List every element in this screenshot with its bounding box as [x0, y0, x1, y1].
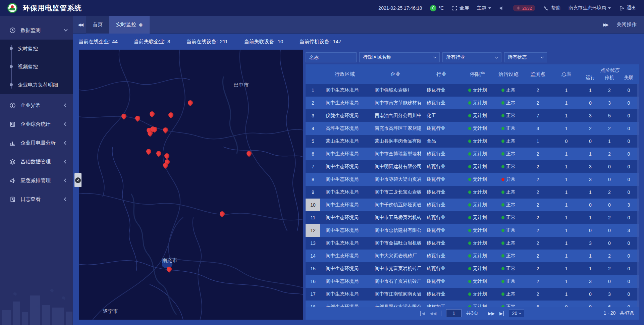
table-row[interactable]: 4高坪生态环境局南充市高坪区王家店建砖瓦行业无计划正常31220: [306, 122, 639, 135]
table-row[interactable]: 9阆中生态环境局阆中市二龙长宝页岩砖砖瓦行业无计划正常21120: [306, 186, 639, 199]
cell-company: 阆中市石子页岩机砖厂: [369, 275, 421, 288]
mute-button[interactable]: [499, 5, 505, 11]
tabs-scroll-left-icon[interactable]: ◀◀: [78, 22, 83, 27]
tab-0[interactable]: 首页: [86, 16, 109, 34]
page-size-select[interactable]: 20: [509, 309, 524, 317]
cell-lost: 0: [619, 211, 639, 224]
cell-total: 1: [552, 173, 581, 186]
table-row[interactable]: 18南部生态环境局南部县双化水泥有限公建材加工无计划正常60060: [306, 301, 639, 307]
cell-limit: 无计划: [462, 288, 493, 301]
table-row[interactable]: 1阆中生态环境局阆中强锐页岩砖厂砖瓦行业无计划正常21120: [306, 84, 639, 97]
cell-industry: 砖瓦行业: [421, 262, 462, 275]
submenu-item-1[interactable]: 视频监控: [0, 58, 73, 76]
cell-region: 南部生态环境局: [320, 301, 369, 307]
cell-run: 0: [581, 97, 600, 109]
sidebar-item-4[interactable]: 基础数据管理: [0, 152, 73, 171]
status-dot: [501, 114, 504, 117]
table-row[interactable]: 13阆中生态环境局阆中市金福旺页岩机砖砖瓦行业无计划正常21300: [306, 237, 639, 250]
chevron-down-icon: [495, 55, 498, 59]
table-row[interactable]: 2阆中生态环境局阆中市南方节能建材有砖瓦行业无计划正常21030: [306, 97, 639, 109]
org-menu[interactable]: 南充市生态环境局: [569, 5, 611, 11]
status-dot: [501, 241, 504, 245]
cell-limit: 无计划: [462, 250, 493, 262]
name-filter-input[interactable]: [306, 52, 357, 62]
table-row[interactable]: 7阆中生态环境局阆中明阳建材有限公司砖瓦行业无计划正常21300: [306, 160, 639, 173]
status-dot: [468, 280, 471, 283]
sidebar-item-6[interactable]: 日志查看: [0, 190, 73, 209]
fullscreen-button[interactable]: 全屏: [452, 5, 469, 11]
chevron-down-icon: [433, 55, 437, 59]
status-dot: [468, 140, 471, 143]
table-row[interactable]: 17阆中生态环境局阆中市江南镇阆南页岩砖瓦行业无计划正常21030: [306, 288, 639, 301]
cell-total: 1: [552, 250, 581, 262]
status-dot: [501, 267, 504, 270]
sidebar: 数据监测实时监控视频监控企业电力负荷明细企业异常企业综合统计企业用电量分析基础数…: [0, 16, 73, 325]
cell-company: 阆中市金福旺页岩机砖: [369, 237, 421, 250]
status-filter-select[interactable]: 所有状态: [504, 52, 547, 62]
close-icon[interactable]: [139, 22, 143, 28]
table-row[interactable]: 5营山生态环境局营山县润丰肉食品有限食品无计划正常10010: [306, 135, 639, 148]
last-page-icon[interactable]: ▶: [499, 311, 504, 316]
cell-region: 营山生态环境局: [320, 135, 369, 148]
table-header: 行政区域 企业 行业 停限产 治污设施 监测点 总表 点位状态 运行 停机 失联: [306, 64, 639, 84]
sidebar-item-2[interactable]: 企业综合统计: [0, 115, 73, 133]
cell-total: 1: [552, 288, 581, 301]
cell-total: 1: [552, 97, 581, 109]
cell-limit: 无计划: [462, 122, 493, 135]
table-row[interactable]: 14阆中生态环境局阆中大兴页岩机砖厂砖瓦行业无计划正常21120: [306, 250, 639, 262]
table-row[interactable]: 10阆中生态环境局阆中千佛镇五郎垭页岩砖瓦行业无计划正常21003: [306, 199, 639, 211]
tabs-scroll-right-icon[interactable]: ▶▶: [603, 22, 608, 27]
col-points: 监测点: [524, 64, 552, 84]
cell-stop: 3: [600, 288, 619, 301]
page-number-input[interactable]: [446, 309, 462, 317]
submenu-item-2[interactable]: 企业电力负荷明细: [0, 76, 73, 94]
table-scrollbar[interactable]: [637, 84, 639, 307]
region-filter-select[interactable]: 行政区域名称: [359, 52, 440, 62]
map[interactable]: 巴中市南充市遂宁市: [79, 50, 303, 320]
sidebar-item-0[interactable]: 数据监测: [0, 21, 73, 40]
table-row[interactable]: 3仪陇生态环境局西南油气田分公司川中化工无计划正常71350: [306, 109, 639, 122]
cell-total: 1: [552, 109, 581, 122]
table-row[interactable]: 12阆中生态环境局阆中市忠信建材有限公砖瓦行业无计划正常21003: [306, 224, 639, 237]
stat-1: 当前失联企业:3: [134, 39, 170, 45]
org-name: 南充市生态环境局: [569, 5, 606, 11]
cell-lost: 0: [619, 148, 639, 160]
industry-filter-select[interactable]: 所有行业: [442, 52, 501, 62]
status-dot: [468, 178, 471, 181]
col-limit: 停限产: [462, 64, 493, 84]
status-dot: [501, 254, 504, 258]
cell-total: 1: [552, 148, 581, 160]
prev-page-icon[interactable]: ◀◀: [430, 311, 436, 316]
cell-points: 7: [524, 109, 552, 122]
theme-menu[interactable]: 主题: [477, 5, 491, 11]
table-row[interactable]: 16阆中生态环境局阆中市石子页岩机砖厂砖瓦行业无计划正常21300: [306, 275, 639, 288]
submenu-item-0[interactable]: 实时监控: [0, 40, 73, 58]
sidebar-collapse-button[interactable]: [74, 173, 82, 187]
status-dot: [501, 101, 504, 105]
logout-button[interactable]: 退出: [619, 5, 636, 11]
temperature: 0 ℃: [430, 5, 444, 11]
tab-1[interactable]: 实时监控: [109, 16, 150, 34]
help-button[interactable]: 帮助: [543, 5, 560, 11]
sidebar-item-5[interactable]: 应急减排管理: [0, 171, 73, 190]
table-row[interactable]: 8阆中生态环境局阆中市枣碧大梁山页岩砖瓦行业无计划异常21300: [306, 173, 639, 186]
notification-pill[interactable]: 2632: [513, 5, 535, 11]
cell-total: 1: [552, 262, 581, 275]
city-label-南充市: 南充市: [162, 257, 177, 264]
cell-industry: 砖瓦行业: [421, 224, 462, 237]
cell-limit: 无计划: [462, 199, 493, 211]
table-row[interactable]: 11阆中生态环境局阆中市五马桥页岩机砖砖瓦行业无计划正常21120: [306, 211, 639, 224]
sidebar-item-label: 企业用电量分析: [20, 140, 60, 146]
close-operations-button[interactable]: 关闭操作: [616, 21, 637, 28]
sidebar-item-1[interactable]: 企业异常: [0, 96, 73, 115]
table-row[interactable]: 6阆中生态环境局阆中市金博瑞新型墙材砖瓦行业无计划正常21120: [306, 148, 639, 160]
stat-label: 当前停机设备:: [299, 39, 331, 45]
cell-total: 0: [552, 301, 581, 307]
col-industry: 行业: [421, 64, 462, 84]
first-page-icon[interactable]: ◀: [420, 311, 425, 316]
next-page-icon[interactable]: ▶▶: [488, 311, 495, 316]
table-row[interactable]: 15阆中生态环境局阆中市光富页岩机砖厂砖瓦行业无计划正常21120: [306, 262, 639, 275]
status-dot: [501, 178, 504, 181]
cell-facility: 正常: [493, 224, 524, 237]
sidebar-item-3[interactable]: 企业用电量分析: [0, 133, 73, 152]
